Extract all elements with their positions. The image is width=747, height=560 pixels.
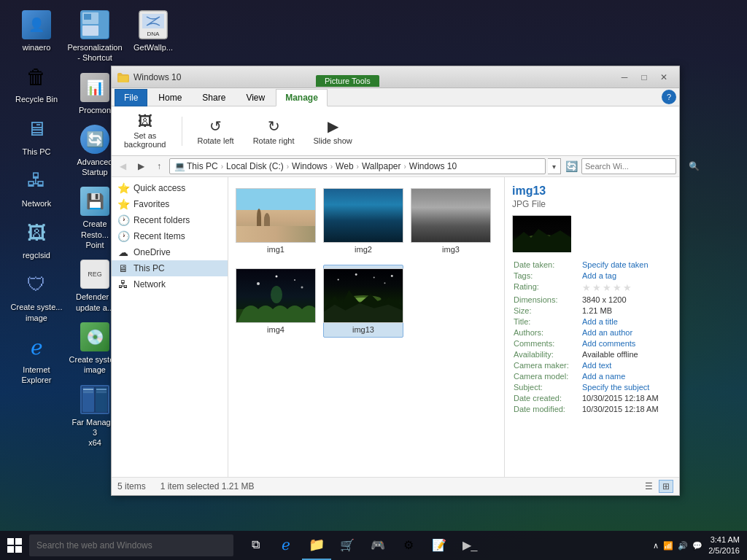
desktop-icon-defender-label: Create syste... image <box>10 302 63 323</box>
prop-key-tags: Tags: <box>514 271 579 280</box>
taskbar-app-store[interactable]: 🛒 <box>333 531 362 560</box>
ribbon-btn-rotate-right[interactable]: ↻ Rotate right <box>247 114 301 149</box>
desktop-icon-recyclebin[interactable]: 🗑 Recycle Bin <box>7 59 66 107</box>
help-button[interactable]: ? <box>662 90 676 104</box>
taskbar-app-edge[interactable]: ℯ <box>271 531 301 560</box>
prop-val-rating[interactable]: ★★★★★ <box>582 282 633 293</box>
path-segment-thispc: 💻 This PC <box>174 161 218 171</box>
ribbon-tab-home[interactable]: Home <box>149 89 191 106</box>
desktop-icon-thispc[interactable]: 🖥 This PC <box>7 112 66 160</box>
view-details-button[interactable]: ☰ <box>641 480 656 493</box>
prop-val-availability: Available offline <box>582 350 670 359</box>
taskbar-clock[interactable]: 3:41 AM 2/5/2016 <box>708 534 740 557</box>
minimize-button[interactable]: ─ <box>615 70 634 85</box>
prop-val-authors[interactable]: Add an author <box>582 328 670 337</box>
favorites-icon: ⭐ <box>117 198 129 210</box>
svg-rect-2 <box>84 14 91 20</box>
desktop-icon-desktopbg[interactable]: 🖼 regclsid <box>7 215 66 263</box>
prop-val-cameramodel[interactable]: Add a name <box>582 372 670 381</box>
maximize-button[interactable]: □ <box>635 70 654 85</box>
prop-val-title[interactable]: Add a title <box>582 317 670 326</box>
file-item-img2[interactable]: img2 <box>323 184 403 257</box>
sidebar-item-recentfolders[interactable]: 🕐 Recent folders <box>112 212 228 228</box>
prop-row-subject: Subject: Specify the subject <box>514 383 670 392</box>
file-thumbnail-img2 <box>323 188 403 243</box>
start-button[interactable] <box>0 531 29 560</box>
view-medium-icons-button[interactable]: ⊞ <box>659 480 673 493</box>
status-bar: 5 items 1 item selected 1.21 MB ☰ ⊞ <box>112 477 679 495</box>
explorer-main: ⭐ Quick access ⭐ Favorites 🕐 Recent fold… <box>112 177 679 477</box>
ribbon-btn-set-as-background[interactable]: 🖼 Set as background <box>117 109 173 152</box>
taskbar-app-extra1[interactable]: 🎮 <box>363 531 392 560</box>
path-segment-win10: Windows 10 <box>409 161 457 171</box>
sidebar-recentitems-label: Recent Items <box>133 231 185 241</box>
path-thispc-label: This PC <box>187 161 218 171</box>
prop-val-subject[interactable]: Specify the subject <box>582 383 670 392</box>
tray-notification-icon[interactable]: 💬 <box>692 541 703 551</box>
ribbon-tab-share[interactable]: Share <box>193 89 235 106</box>
file-item-img3[interactable]: img3 <box>411 184 491 257</box>
ribbon: Picture Tools File Home Share View Manag… <box>112 88 679 156</box>
prop-val-cameramaker[interactable]: Add text <box>582 361 670 370</box>
sidebar-item-thispc[interactable]: 🖥 This PC <box>112 260 228 276</box>
ribbon-tab-view[interactable]: View <box>236 89 274 106</box>
taskbar-app-explorer[interactable]: 📁 <box>302 531 331 560</box>
desktop-icon-defender[interactable]: 🛡 Create syste... image <box>7 267 66 326</box>
prop-val-comments[interactable]: Add comments <box>582 339 670 348</box>
search-input[interactable] <box>585 162 686 171</box>
recentfolders-icon: 🕐 <box>117 214 129 226</box>
close-button[interactable]: ✕ <box>654 70 673 85</box>
file-name-img3: img3 <box>442 245 460 254</box>
ribbon-tab-file[interactable]: File <box>115 89 147 106</box>
desktop-icons-col1: 👤 winaero 🗑 Recycle Bin 🖥 This PC 🖧 Netw… <box>7 7 66 389</box>
rotate-right-icon: ↻ <box>268 117 280 135</box>
refresh-button[interactable]: 🔄 <box>563 158 579 174</box>
address-dropdown-button[interactable]: ▾ <box>548 158 561 174</box>
forward-button[interactable]: ▶ <box>133 158 149 174</box>
ribbon-btn-slideshow[interactable]: ▶ Slide show <box>307 114 359 149</box>
sidebar-item-onedrive[interactable]: ☁ OneDrive <box>112 244 228 260</box>
taskbar-tray: ∧ 📶 🔊 💬 <box>653 541 703 551</box>
taskbar-right: ∧ 📶 🔊 💬 3:41 AM 2/5/2016 <box>653 534 747 557</box>
address-bar: ◀ ▶ ↑ 💻 This PC › Local Disk (C:) › Wind… <box>112 156 679 177</box>
address-path[interactable]: 💻 This PC › Local Disk (C:) › Windows › … <box>169 158 546 174</box>
desktop-icon-winaero[interactable]: 👤 winaero <box>7 7 66 55</box>
path-segment-wallpaper: Wallpaper <box>362 161 401 171</box>
sidebar-thispc-label: This PC <box>133 263 165 273</box>
sidebar-item-network[interactable]: 🖧 Network <box>112 276 228 292</box>
taskbar-app-terminal[interactable]: ▶_ <box>455 531 484 560</box>
file-thumbnail-img4 <box>236 268 316 323</box>
sidebar-item-recentitems[interactable]: 🕐 Recent Items <box>112 228 228 244</box>
ribbon-tabs: Picture Tools File Home Share View Manag… <box>112 88 679 106</box>
taskbar-app-taskview[interactable]: ⧉ <box>241 531 270 560</box>
taskbar-app-settings[interactable]: ⚙ <box>394 531 423 560</box>
desktop-icon-network[interactable]: 🖧 Network <box>7 163 66 211</box>
up-button[interactable]: ↑ <box>151 158 167 174</box>
file-item-img1[interactable]: img1 <box>236 184 316 257</box>
tray-expand[interactable]: ∧ <box>653 541 659 551</box>
prop-row-datecreated: Date created: 10/30/2015 12:18 AM <box>514 394 670 402</box>
svg-rect-12 <box>96 392 107 393</box>
desktop-icon-personalization[interactable]: Personalization- Shortcut <box>66 7 124 66</box>
sidebar-item-quickaccess[interactable]: ⭐ Quick access <box>112 180 228 196</box>
path-chevron-1: › <box>221 163 223 171</box>
file-item-img4[interactable]: img4 <box>236 265 316 338</box>
desktop-icon-ie[interactable]: ℯ Internet Explorer <box>7 330 66 389</box>
taskbar-app-office[interactable]: 📝 <box>425 531 454 560</box>
sidebar-item-favorites[interactable]: ⭐ Favorites <box>112 196 228 212</box>
ribbon-tab-manage[interactable]: Manage <box>276 89 328 106</box>
file-thumbnail-img3 <box>411 188 491 243</box>
desktop-icon-getwallpaper[interactable]: DNA GetWallp... <box>124 7 182 55</box>
prop-val-tags[interactable]: Add a tag <box>582 271 670 280</box>
ribbon-btn-rotate-left[interactable]: ↺ Rotate left <box>191 114 241 149</box>
file-name-img2: img2 <box>355 245 372 254</box>
file-item-img13[interactable]: img13 <box>323 265 403 338</box>
svg-point-26 <box>374 276 375 278</box>
search-box[interactable]: 🔍 <box>581 158 676 174</box>
prop-row-title: Title: Add a title <box>514 317 670 326</box>
back-button[interactable]: ◀ <box>115 158 131 174</box>
taskbar-search-input[interactable] <box>29 534 233 556</box>
explorer-window: Windows 10 ─ □ ✕ Picture Tools File Home… <box>111 66 680 496</box>
sidebar-quickaccess-label: Quick access <box>133 183 185 193</box>
prop-val-datetaken[interactable]: Specify date taken <box>582 260 670 269</box>
